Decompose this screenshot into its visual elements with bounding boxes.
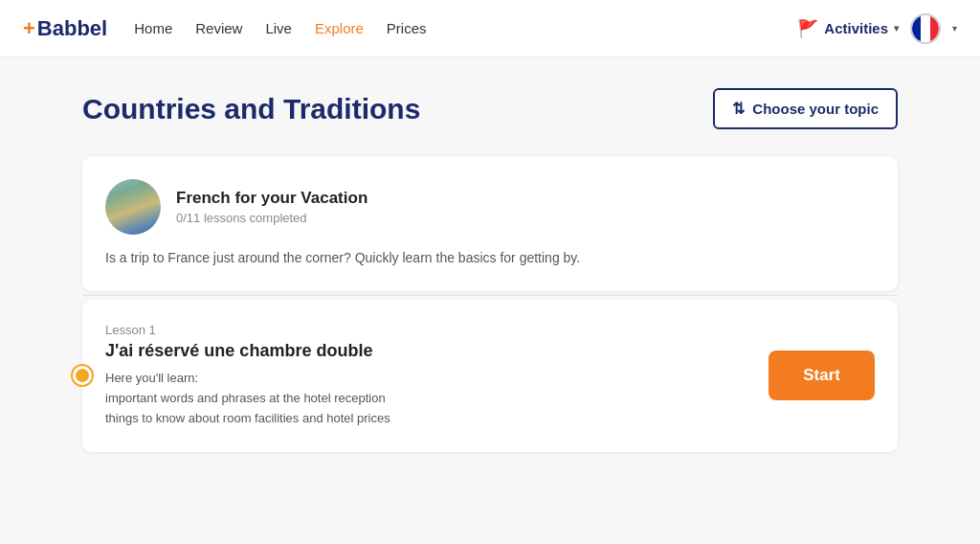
divider	[82, 295, 898, 296]
page-header: Countries and Traditions ⇅ Choose your t…	[82, 88, 898, 129]
french-flag-icon	[912, 15, 939, 42]
logo-text: Babbel	[37, 16, 107, 41]
page-title: Countries and Traditions	[82, 93, 420, 125]
sort-icon: ⇅	[732, 100, 745, 118]
lesson-inner: Lesson 1 J'ai réservé une chambre double…	[105, 323, 875, 429]
navbar: +Babbel Home Review Live Explore Prices …	[0, 0, 980, 57]
main-content: Countries and Traditions ⇅ Choose your t…	[59, 57, 921, 483]
lesson-content: Lesson 1 J'ai réservé une chambre double…	[105, 323, 753, 429]
course-thumbnail-image	[105, 179, 161, 235]
choose-topic-label: Choose your topic	[752, 101, 879, 117]
course-description: Is a trip to France just around the corn…	[105, 248, 875, 268]
lesson-label: Lesson 1	[105, 323, 753, 337]
nav-explore[interactable]: Explore	[315, 20, 364, 36]
language-flag[interactable]	[910, 13, 941, 44]
nav-links: Home Review Live Explore Prices	[134, 20, 770, 36]
activities-chevron-icon: ▾	[894, 23, 899, 34]
course-card: French for your Vacation 0/11 lessons co…	[82, 156, 898, 291]
lesson-learn-label: Here you'll learn:	[105, 371, 753, 385]
course-header: French for your Vacation 0/11 lessons co…	[105, 179, 875, 235]
logo[interactable]: +Babbel	[23, 16, 107, 41]
course-info: French for your Vacation 0/11 lessons co…	[176, 189, 875, 225]
lang-chevron-icon: ▾	[952, 23, 957, 34]
course-thumbnail	[105, 179, 161, 235]
lesson-dot-icon	[73, 366, 92, 385]
choose-topic-button[interactable]: ⇅ Choose your topic	[713, 88, 898, 129]
course-progress: 0/11 lessons completed	[176, 211, 875, 225]
start-button[interactable]: Start	[768, 351, 875, 400]
lesson-section: Lesson 1 J'ai réservé une chambre double…	[82, 300, 898, 452]
logo-plus: +	[23, 16, 35, 41]
lesson-title: J'ai réservé une chambre double	[105, 341, 753, 361]
lesson-points: important words and phrases at the hotel…	[105, 389, 753, 429]
course-title: French for your Vacation	[176, 189, 875, 208]
nav-right: 🚩 Activities ▾ ▾	[797, 13, 957, 44]
nav-home[interactable]: Home	[134, 20, 172, 36]
activities-label: Activities	[824, 20, 888, 36]
lesson-point-1: important words and phrases at the hotel…	[105, 389, 753, 409]
activities-button[interactable]: 🚩 Activities ▾	[797, 18, 899, 39]
activities-flag-icon: 🚩	[797, 18, 818, 39]
nav-review[interactable]: Review	[195, 20, 242, 36]
nav-live[interactable]: Live	[265, 20, 292, 36]
lesson-point-2: things to know about room facilities and…	[105, 409, 753, 429]
nav-prices[interactable]: Prices	[387, 20, 427, 36]
